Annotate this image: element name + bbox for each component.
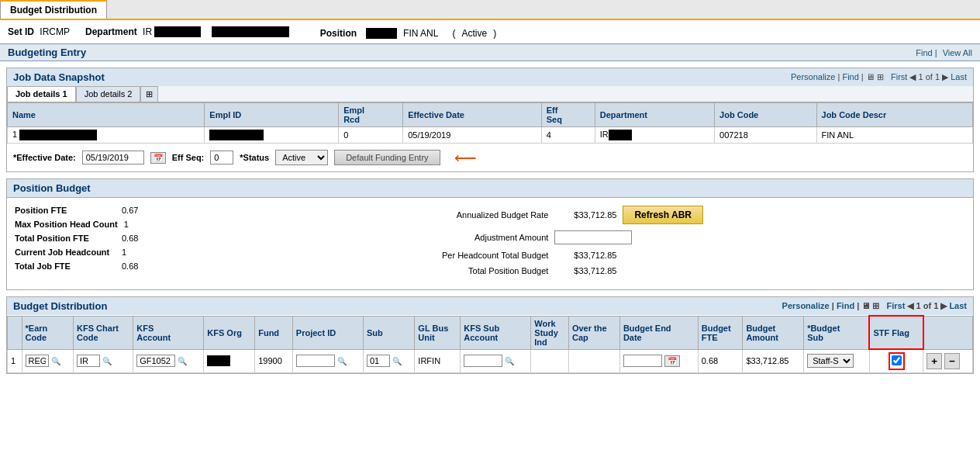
budget-sub-select[interactable]: Staff-S [807,354,854,368]
pb-right: Annualized Budget Rate $33,712.85 Refres… [409,206,965,282]
first-link[interactable]: First [891,72,907,81]
kfs-account-search[interactable]: 🔍 [178,357,187,365]
bd-grid-icon[interactable]: ⊞ [872,301,879,310]
bd-last-link[interactable]: Last [949,301,967,310]
kfs-chart-search[interactable]: 🔍 [102,357,112,365]
job-data-snapshot: Job Data Snapshot Personalize | Find | 🖥… [6,68,974,172]
tab-job-details-2[interactable]: Job details 2 [76,86,141,102]
personalize-link[interactable]: Personalize [791,72,835,81]
pb-perhead-value: $33,712.85 [554,251,616,260]
bd-earn-code: 🔍 [22,349,73,373]
inner-tab-row: Job details 1 Job details 2 ⊞ [7,86,973,102]
bd-stf-flag [869,349,923,373]
col-kfs-org: KFS Org [204,316,255,349]
tab-icon[interactable]: ⊞ [140,86,158,102]
last-link[interactable]: Last [951,72,967,81]
project-id-input[interactable] [296,355,335,367]
bd-first-link[interactable]: First [887,301,906,310]
pb-row-curjob: Current Job Headcount 1 [15,248,385,257]
pb-totalfte-label: Total Position FTE [15,234,116,243]
kfs-account-input[interactable] [136,355,175,367]
eff-date-input[interactable] [82,151,144,164]
position-code: FIN ANL [403,28,438,39]
bd-view-icon[interactable]: 🖥 [861,301,870,310]
col-eff-seq: EffSeq [541,103,595,127]
budget-dist-nav: Personalize | Find | 🖥 ⊞ First ◀ 1 of 1 … [782,301,967,311]
status-select[interactable]: Active Inactive [275,150,328,165]
bd-fund: 19900 [255,349,293,373]
budget-table: *EarnCode KFS ChartCode KFSAccount KFS O… [7,315,973,373]
kfs-chart-input[interactable] [77,355,100,367]
bd-work-study [531,349,569,373]
pb-maxhead-value: 1 [124,220,129,229]
budget-end-cal[interactable]: 📅 [664,355,680,367]
bd-budget-fte: 0.68 [698,349,743,373]
col-over-cap: Over theCap [568,316,619,349]
default-funding-btn[interactable]: Default Funding Entry [334,150,440,165]
col-kfs-account: KFSAccount [133,316,204,349]
pb-totalfte-value: 0.68 [122,234,138,243]
add-row-btn[interactable]: + [927,353,942,369]
calendar-icon[interactable]: 📅 [150,152,166,164]
col-sub: Sub [363,316,414,349]
earn-code-input[interactable] [26,355,49,367]
refresh-abr-btn[interactable]: Refresh ABR [623,206,703,224]
cell-row-num: 1 [8,127,205,144]
bd-kfs-org [204,349,255,373]
budget-end-date-input[interactable] [623,355,662,367]
project-search[interactable]: 🔍 [337,357,347,365]
view-icon[interactable]: 🖥 [866,72,875,81]
status-value: Active [461,28,487,39]
snapshot-table: Name Empl ID EmplRcd Effective Date EffS… [7,102,973,144]
bd-personalize-link[interactable]: Personalize [782,301,830,310]
kfs-sub-account-input[interactable] [464,355,502,367]
snapshot-nav: Personalize | Find | 🖥 ⊞ First ◀ 1 of 1 … [791,72,967,82]
find-link[interactable]: Find [916,48,932,57]
dept-name-masked [212,26,289,37]
set-id-label: Set ID [8,26,34,37]
pb-content: Position FTE 0.67 Max Position Head Coun… [7,198,973,289]
sub-search[interactable]: 🔍 [392,357,402,365]
tab-job-details-1[interactable]: Job details 1 [7,86,76,102]
pb-perhead-row: Per Headcount Total Budget $33,712.85 [409,251,965,260]
col-empl-rcd: EmplRcd [339,103,403,127]
bd-over-cap [568,349,619,373]
budgeting-entry-header: Budgeting Entry Find | View All [0,43,980,61]
pb-adjustment-label: Adjustment Amount [409,233,548,242]
grid-icon[interactable]: ⊞ [877,72,884,81]
position-masked [366,28,397,39]
eff-seq-label: Eff Seq: [172,153,205,162]
col-actions [923,316,973,349]
view-all-link[interactable]: View All [943,48,972,57]
adjustment-amount-input[interactable] [554,230,632,244]
snapshot-find-link[interactable]: Find [842,72,858,81]
sub-input[interactable] [367,355,390,367]
bd-kfs-chart: 🔍 [74,349,133,373]
pagination-info: 1 of 1 [919,72,940,81]
remove-row-btn[interactable]: − [944,353,960,369]
pb-fte-value: 0.67 [122,206,138,215]
pb-curjob-value: 1 [122,248,126,257]
tab-budget-distribution[interactable]: Budget Distribution [0,0,107,19]
col-gl-bus-unit: GL BusUnit [415,316,461,349]
set-info-row: Set ID IRCMP Department IR Position FIN … [0,20,980,43]
pb-row-fte: Position FTE 0.67 [15,206,385,215]
col-empl-id: Empl ID [205,103,339,127]
col-fund: Fund [255,316,293,349]
arrow-icon: ⟵ [454,148,477,167]
earn-code-search[interactable]: 🔍 [51,357,60,365]
stf-flag-checkbox[interactable] [892,355,902,365]
cell-department: IR [595,127,714,144]
bd-find-link[interactable]: Find [837,301,854,310]
pb-perhead-label: Per Headcount Total Budget [409,251,548,260]
bd-pagination-info: 1 of 1 [916,301,939,310]
eff-seq-input[interactable] [210,151,233,164]
col-effective-date: Effective Date [403,103,542,127]
kfs-sub-search[interactable]: 🔍 [505,357,514,365]
col-budget-fte: BudgetFTE [698,316,743,349]
pb-row-maxhead: Max Position Head Count 1 [15,220,385,229]
table-row: 1 0 05/19/2019 4 IR 007218 FIN ANL [8,127,973,144]
col-bd-num [8,316,22,349]
col-budget-amount: BudgetAmount [743,316,804,349]
pb-totalpos-label: Total Position Budget [409,266,548,275]
